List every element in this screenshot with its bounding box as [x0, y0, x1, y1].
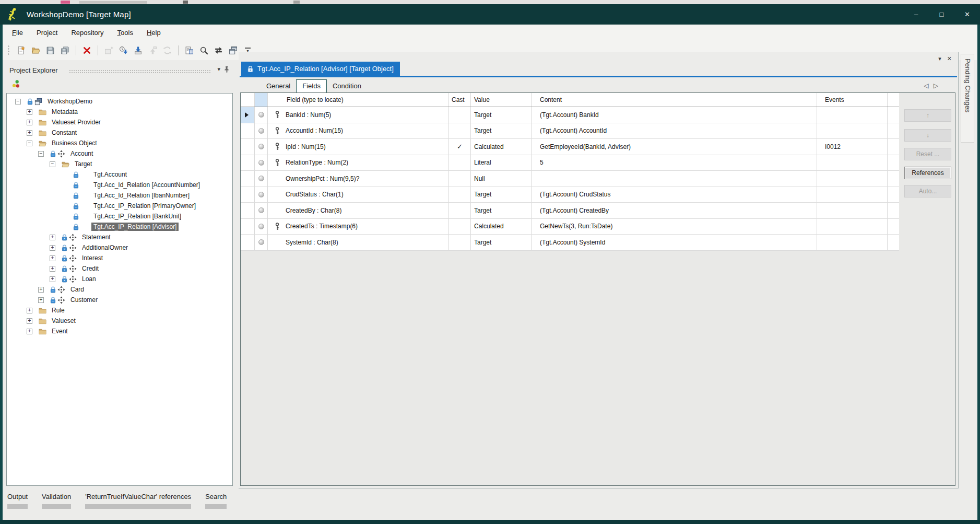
content-cell[interactable]: GetEmployeeId(BankId, Adviser) — [532, 139, 817, 155]
tree-expander[interactable]: + — [27, 130, 32, 136]
auto-button[interactable]: Auto... — [904, 185, 951, 197]
grid-row[interactable]: SystemId : Char(8) Target (Tgt.Account) … — [241, 235, 899, 251]
content-cell[interactable]: (Tgt.Account) BankId — [532, 107, 817, 123]
events-cell[interactable] — [817, 155, 888, 171]
value-cell[interactable]: Calculated — [471, 139, 532, 155]
tree-item[interactable]: − Business Object — [7, 138, 232, 148]
content-cell[interactable]: (Tgt.Account) CrudStatus — [532, 187, 817, 203]
menu-item[interactable]: Repository — [64, 29, 110, 37]
move-down-button[interactable]: ↓ — [904, 129, 951, 142]
content-cell[interactable]: 5 — [532, 155, 817, 171]
pin-icon[interactable] — [223, 65, 231, 74]
events-cell[interactable]: I0012 — [817, 139, 888, 155]
bottom-tab[interactable]: Output — [7, 493, 28, 509]
field-cell[interactable]: BankId : Num(5) — [268, 107, 449, 123]
traffic-light-icon[interactable] — [11, 79, 21, 89]
document-subtab[interactable]: General — [261, 80, 296, 93]
cast-cell[interactable] — [449, 139, 471, 155]
tree-expander[interactable]: + — [27, 109, 32, 115]
row-marker-cell[interactable] — [241, 155, 255, 171]
pending-changes-tab[interactable]: Pending Changes — [961, 54, 974, 143]
events-cell[interactable] — [817, 187, 888, 203]
tree-expander[interactable]: − — [50, 161, 55, 167]
tree-expander[interactable]: + — [27, 329, 32, 334]
tree-item[interactable]: Tgt.Acc_IP_Relation [Advisor] — [7, 222, 232, 232]
content-cell[interactable]: (Tgt.Account) SystemId — [532, 235, 817, 250]
tree-item[interactable]: + Valueset Provider — [7, 117, 232, 127]
grid-row[interactable]: RelationType : Num(2) Literal 5 — [241, 155, 899, 171]
grid-header-cast[interactable]: Cast — [449, 93, 471, 107]
field-cell[interactable]: AccountId : Num(15) — [268, 123, 449, 139]
tree-item[interactable]: + Customer — [7, 295, 232, 305]
tree-expander[interactable]: + — [38, 287, 44, 293]
tree-item[interactable]: Tgt.Account — [7, 169, 232, 180]
tree-item[interactable]: + AdditionalOwner — [7, 242, 232, 253]
row-marker-cell[interactable] — [241, 187, 255, 203]
grid-header-events[interactable]: Events — [817, 93, 888, 107]
tree-item[interactable]: + Constant — [7, 127, 232, 138]
tree-expander[interactable]: + — [27, 308, 32, 313]
grid-row[interactable]: IpId : Num(15) Calculated GetEmployeeId(… — [241, 139, 899, 155]
bottom-tab[interactable]: Validation — [42, 493, 71, 509]
events-cell[interactable] — [817, 171, 888, 187]
value-cell[interactable]: Target — [471, 203, 532, 218]
menu-item[interactable]: Help — [140, 29, 168, 37]
tree-expander[interactable]: + — [38, 297, 44, 303]
tree-item[interactable]: Tgt.Acc_IP_Relation [PrimaryOwner] — [7, 201, 232, 211]
grid-row[interactable]: AccountId : Num(15) Target (Tgt.Account)… — [241, 123, 899, 139]
nav-left-icon[interactable]: ◁ — [924, 82, 929, 89]
grid-row[interactable]: CreatedTs : Timestamp(6) Calculated GetN… — [241, 219, 899, 235]
tree-item[interactable]: + Interest — [7, 253, 232, 263]
tree-expander[interactable]: + — [50, 235, 55, 240]
cast-cell[interactable] — [449, 203, 471, 218]
tree-item[interactable]: Tgt.Acc_Id_Relation [IbanNumber] — [7, 190, 232, 201]
content-cell[interactable] — [532, 171, 817, 187]
value-cell[interactable]: Literal — [471, 155, 532, 171]
grid-row[interactable]: OwnershipPct : Num(9,5)? Null — [241, 171, 899, 187]
close-button[interactable]: ✕ — [954, 4, 980, 25]
grid-row[interactable]: BankId : Num(5) Target (Tgt.Account) Ban… — [241, 107, 899, 123]
tree-item[interactable]: + Card — [7, 284, 232, 295]
panel-close-icon[interactable]: ✕ — [947, 55, 952, 62]
cast-cell[interactable] — [449, 107, 471, 123]
value-cell[interactable]: Target — [471, 235, 532, 250]
panel-menu-chevron-down-icon[interactable]: ▾ — [217, 66, 220, 73]
row-marker-cell[interactable] — [241, 107, 255, 123]
field-cell[interactable]: RelationType : Num(2) — [268, 155, 449, 171]
tree-expander[interactable]: + — [27, 120, 32, 125]
document-subtab[interactable]: Condition — [327, 80, 367, 93]
value-cell[interactable]: Target — [471, 123, 532, 139]
row-marker-cell[interactable] — [241, 219, 255, 235]
bottom-tab[interactable]: 'ReturnTrueIfValueChar' references — [85, 493, 191, 509]
tree-item[interactable]: + Metadata — [7, 107, 232, 117]
panel-chevron-down-icon[interactable]: ▾ — [938, 55, 941, 62]
tree-expander[interactable]: + — [27, 318, 32, 324]
tree-expander[interactable]: − — [27, 141, 32, 146]
events-cell[interactable] — [817, 203, 888, 218]
cast-cell[interactable] — [449, 219, 471, 235]
cast-cell[interactable] — [449, 155, 471, 171]
references-button[interactable]: References — [904, 167, 951, 179]
tree-item[interactable]: Tgt.Acc_Id_Relation [AccountNumber] — [7, 180, 232, 190]
document-subtab[interactable]: Fields — [296, 79, 327, 94]
cast-cell[interactable] — [449, 187, 471, 203]
value-cell[interactable]: Null — [471, 171, 532, 187]
field-cell[interactable]: IpId : Num(15) — [268, 139, 449, 155]
menu-item[interactable]: Tools — [111, 29, 140, 37]
field-cell[interactable]: SystemId : Char(8) — [268, 235, 449, 250]
tree-expander[interactable]: + — [50, 266, 55, 272]
reset-button[interactable]: Reset ... — [904, 148, 951, 160]
tree-expander[interactable]: + — [50, 276, 55, 282]
tree-item[interactable]: + Loan — [7, 274, 232, 284]
field-cell[interactable]: CreatedBy : Char(8) — [268, 203, 449, 218]
value-cell[interactable]: Target — [471, 107, 532, 123]
menu-item[interactable]: File — [5, 29, 30, 37]
content-cell[interactable]: (Tgt.Account) AccountId — [532, 123, 817, 139]
grid-row[interactable]: CrudStatus : Char(1) Target (Tgt.Account… — [241, 187, 899, 203]
bottom-tab[interactable]: Search — [205, 493, 227, 509]
tree-item[interactable]: − WorkshopDemo — [7, 96, 232, 107]
cast-cell[interactable] — [449, 171, 471, 187]
tree-expander[interactable]: − — [15, 99, 21, 104]
document-tab[interactable]: Tgt.Acc_IP_Relation [Advisor] [Target Ob… — [241, 62, 400, 76]
events-cell[interactable] — [817, 235, 888, 250]
